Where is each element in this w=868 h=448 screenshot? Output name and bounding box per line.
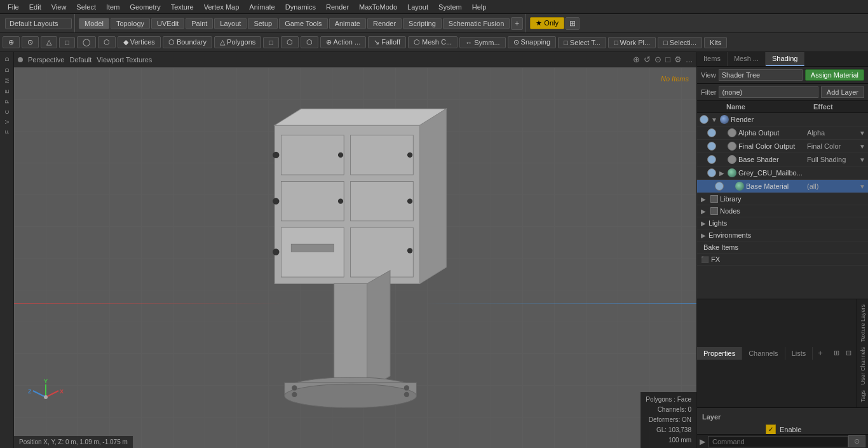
tree-vis-base-shader[interactable] [707, 155, 716, 164]
viewport-style-label[interactable]: Default [69, 56, 92, 64]
bp-tab-lists[interactable]: Lists [785, 347, 813, 360]
tab-uvedit[interactable]: UVEdit [151, 18, 184, 29]
tb2-quad-icon[interactable]: □ [59, 37, 75, 48]
menu-maxtomodo[interactable]: MaxToModo [354, 2, 402, 12]
menu-system[interactable]: System [433, 2, 467, 12]
tree-vis-final-color[interactable] [707, 142, 716, 151]
expand-render[interactable]: ▼ [710, 116, 718, 123]
menu-vertex-map[interactable]: Vertex Map [199, 2, 245, 12]
sidebar-item-f[interactable]: F [3, 128, 11, 137]
tab-game-tools[interactable]: Game Tools [279, 18, 328, 29]
bp-tab-properties[interactable]: Properties [697, 347, 742, 360]
tab-model[interactable]: Model [79, 18, 109, 29]
select-t-button[interactable]: □ Select T... [558, 37, 606, 48]
assign-material-button[interactable]: Assign Material [805, 69, 864, 81]
command-execute-button[interactable]: ⊙ [848, 435, 865, 447]
viewport-rotate-icon[interactable]: ↺ [644, 55, 651, 64]
tree-section-lights[interactable]: ▶ Lights [697, 217, 868, 229]
sidebar-item-pol[interactable]: P [3, 97, 11, 106]
viewport-canvas[interactable]: X Y Z No Items Polygons : Face Channels:… [14, 67, 696, 448]
tree-item-alpha-output[interactable]: Alpha Output Alpha ▼ [697, 126, 868, 140]
menu-help[interactable]: Help [467, 2, 492, 12]
menu-file[interactable]: File [3, 2, 24, 12]
tab-schematic-fusion[interactable]: Schematic Fusion [443, 18, 510, 29]
tree-section-fx[interactable]: ⬛ FX [697, 254, 868, 266]
viewport-dot-1[interactable] [18, 57, 23, 62]
snapping-button[interactable]: ⊙ Snapping [508, 36, 557, 48]
tb2-btn-hex2[interactable]: ⬡ [301, 36, 318, 48]
filter-dropdown[interactable]: (none) [719, 86, 818, 98]
panel-tab-items[interactable]: Items [697, 52, 728, 66]
add-tab-plus[interactable]: + [813, 346, 828, 360]
sidebar-item-e[interactable]: E [3, 87, 11, 96]
menu-geometry[interactable]: Geometry [125, 2, 165, 12]
mesh-c-button[interactable]: ⬡ Mesh C... [408, 36, 458, 48]
falloff-button[interactable]: ↘ Falloff [368, 36, 406, 48]
menu-layout[interactable]: Layout [402, 2, 433, 12]
bp-collapse-icon[interactable]: ⊟ [843, 348, 854, 358]
tree-vis-alpha[interactable] [707, 128, 716, 137]
viewport-perspective-label[interactable]: Perspective [28, 56, 64, 64]
tree-vis-grey-cbu[interactable] [707, 168, 716, 177]
menu-dynamics[interactable]: Dynamics [280, 2, 321, 12]
bp-expand-icon[interactable]: ⊞ [831, 348, 842, 358]
tree-section-nodes[interactable]: ▶ Nodes [697, 205, 868, 217]
tab-layout[interactable]: Layout [214, 18, 247, 29]
menu-select[interactable]: Select [71, 2, 101, 12]
tb2-icon2[interactable]: ⊙ [22, 36, 39, 48]
sidebar-item-c[interactable]: C [3, 107, 11, 117]
tree-item-final-color[interactable]: Final Color Output Final Color ▼ [697, 140, 868, 153]
panel-tab-mesh[interactable]: Mesh ... [728, 52, 766, 66]
tree-item-base-material[interactable]: Base Material (all) ▼ [697, 180, 868, 193]
tree-section-environments[interactable]: ▶ Environments [697, 229, 868, 241]
viewport-settings-icon[interactable]: ⚙ [674, 55, 682, 64]
sidebar-item-v[interactable]: V [3, 118, 11, 126]
enable-checkbox[interactable]: ✓ [766, 424, 776, 434]
command-input[interactable] [708, 436, 848, 447]
menu-texture[interactable]: Texture [166, 2, 199, 12]
view-dropdown[interactable]: Shader Tree [719, 69, 803, 81]
tb2-btn-hex1[interactable]: ⬡ [281, 36, 299, 48]
selecti-button[interactable]: □ Selecti... [658, 37, 702, 48]
texture-layers-label[interactable]: Texture Layers [858, 302, 867, 344]
polygons-button[interactable]: △ Polygons [214, 36, 261, 48]
panel-tab-shading[interactable]: Shading [766, 52, 804, 66]
expand-grey-cbu[interactable]: ▶ [718, 170, 726, 177]
layouts-dropdown[interactable]: Default Layouts [5, 18, 72, 29]
add-layer-button[interactable]: Add Layer [821, 86, 864, 98]
action-button[interactable]: ⊕ Action ... [320, 36, 366, 48]
tab-topology[interactable]: Topology [111, 18, 150, 29]
menu-item[interactable]: Item [101, 2, 125, 12]
cmd-arrow-icon[interactable]: ▶ [700, 437, 705, 446]
menu-edit[interactable]: Edit [24, 2, 46, 12]
tb2-icon1[interactable]: ⊕ [3, 36, 20, 48]
menu-render[interactable]: Render [321, 2, 354, 12]
menu-animate[interactable]: Animate [244, 2, 280, 12]
viewport-more-icon[interactable]: ... [686, 55, 693, 64]
tab-setup[interactable]: Setup [248, 18, 278, 29]
tb2-polygon-icon[interactable]: △ [41, 36, 57, 48]
symm-button[interactable]: ↔ Symm... [459, 37, 505, 48]
work-pl-button[interactable]: □ Work Pl... [608, 37, 656, 48]
sidebar-item-dup[interactable]: D [3, 55, 11, 64]
viewport-zoom-icon[interactable]: ⊙ [654, 55, 661, 64]
bp-tab-channels[interactable]: Channels [742, 347, 785, 360]
tab-animate[interactable]: Animate [329, 18, 366, 29]
vertices-button[interactable]: ◆ Vertices [118, 36, 161, 48]
boundary-button[interactable]: ⬡ Boundary [163, 36, 212, 48]
add-tab-button[interactable]: + [511, 17, 523, 30]
tb2-circle-icon[interactable]: ◯ [77, 36, 96, 48]
tags-label[interactable]: Tags [858, 388, 867, 405]
tb2-cube-icon[interactable]: ⬡ [98, 36, 116, 48]
viewport-textures-label[interactable]: Viewport Textures [97, 56, 152, 64]
tree-vis-base-material[interactable] [715, 182, 724, 191]
tb2-btn-sq[interactable]: □ [263, 37, 279, 48]
user-channels-label[interactable]: User Channels [858, 344, 867, 388]
tree-section-library[interactable]: ▶ Library [697, 193, 868, 205]
tree-item-render[interactable]: ▼ Render [697, 113, 868, 126]
star-only-button[interactable]: ★ Only [530, 17, 564, 29]
expand-button[interactable]: ⊞ [566, 17, 580, 30]
sidebar-item-mesh[interactable]: M [3, 76, 11, 86]
viewport-fullscreen-icon[interactable]: □ [665, 55, 670, 64]
menu-view[interactable]: View [46, 2, 72, 12]
